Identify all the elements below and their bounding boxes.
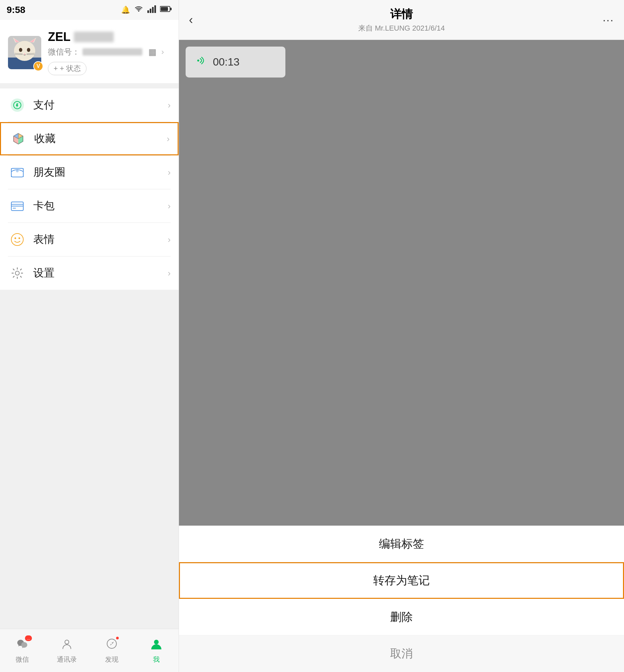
vip-badge: V [33, 61, 43, 71]
menu-item-friends[interactable]: 朋友圈 › [0, 156, 179, 189]
svg-point-46 [154, 640, 159, 644]
menu-item-emoji[interactable]: 表情 › [0, 223, 179, 256]
svg-point-47 [197, 59, 199, 61]
svg-point-9 [14, 41, 35, 61]
menu-item-settings[interactable]: 设置 › [0, 257, 179, 290]
pay-label: 支付 [33, 98, 167, 112]
settings-icon [8, 264, 27, 282]
wechat-id-blur [82, 48, 142, 56]
wechat-nav-icon: ... [16, 638, 29, 653]
svg-point-43 [65, 640, 69, 644]
nav-item-wechat[interactable]: ... 微信 [0, 638, 45, 664]
contacts-nav-label: 通讯录 [57, 655, 77, 664]
wifi-icon [134, 5, 144, 15]
svg-point-31 [16, 170, 19, 172]
discover-nav-icon [105, 638, 118, 653]
status-tag[interactable]: + + 状态 [48, 62, 86, 75]
settings-arrow-icon: › [167, 268, 171, 279]
audio-duration: 00:13 [213, 56, 239, 68]
battery-icon [160, 6, 172, 14]
card-label: 卡包 [33, 199, 167, 213]
nav-item-me[interactable]: 我 [134, 638, 179, 664]
plus-icon: + [54, 64, 58, 73]
more-button[interactable]: ··· [603, 13, 614, 26]
action-sheet: 编辑标签 转存为笔记 删除 取消 [179, 526, 624, 672]
status-icons: 🔔 [121, 5, 172, 15]
svg-rect-35 [11, 204, 23, 206]
svg-point-45 [111, 643, 112, 644]
profile-arrow-icon: › [161, 47, 164, 56]
right-title-wrap: 详情 来自 Mr.LEUNG 2021/6/14 [358, 7, 445, 33]
right-content: 00:13 [179, 40, 624, 526]
profile-info: ZEL 微信号： ▦ › + + 状态 [48, 30, 171, 75]
right-title: 详情 [358, 7, 445, 22]
audio-play-icon [196, 55, 208, 70]
nav-item-contacts[interactable]: 通讯录 [45, 638, 89, 664]
action-edit-tag[interactable]: 编辑标签 [179, 526, 624, 562]
notification-icon: 🔔 [121, 6, 130, 14]
svg-rect-6 [170, 8, 172, 10]
back-button[interactable]: ‹ [189, 13, 193, 27]
section-divider-top [0, 83, 179, 88]
discover-dot-badge [115, 636, 120, 640]
menu-item-pay[interactable]: 支付 › [0, 88, 179, 122]
svg-rect-2 [152, 7, 154, 13]
wechat-nav-label: 微信 [16, 655, 29, 664]
emoji-arrow-icon: › [167, 235, 171, 245]
svg-rect-38 [12, 208, 16, 209]
svg-rect-5 [161, 7, 168, 11]
action-save-note[interactable]: 转存为笔记 [179, 562, 624, 599]
svg-rect-1 [150, 9, 151, 13]
right-header: ‹ 详情 来自 Mr.LEUNG 2021/6/14 ··· [179, 0, 624, 40]
menu-item-card[interactable]: 卡包 › [0, 189, 179, 223]
friends-circle-icon [8, 163, 27, 182]
left-panel: 9:58 🔔 [0, 0, 179, 672]
discover-nav-label: 发现 [105, 655, 119, 664]
svg-rect-0 [147, 10, 149, 13]
status-bar: 9:58 🔔 [0, 0, 179, 20]
action-delete[interactable]: 删除 [179, 599, 624, 636]
bottom-nav: ... 微信 通讯录 发现 [0, 629, 179, 672]
right-subtitle: 来自 Mr.LEUNG 2021/6/14 [358, 23, 445, 33]
signal-icon [147, 5, 156, 15]
nav-item-discover[interactable]: 发现 [89, 638, 134, 664]
settings-label: 设置 [33, 266, 167, 280]
svg-rect-3 [154, 5, 156, 13]
right-panel: ‹ 详情 来自 Mr.LEUNG 2021/6/14 ··· 00:13 编辑标… [179, 0, 624, 672]
pay-icon [8, 96, 27, 114]
menu-item-collect[interactable]: 收藏 › [0, 122, 179, 155]
collect-arrow-icon: › [167, 134, 170, 144]
spacer-area [0, 290, 179, 629]
me-nav-label: 我 [153, 655, 160, 664]
qr-icon: ▦ [148, 47, 157, 57]
profile-name-blur [74, 32, 114, 42]
contacts-nav-icon [60, 638, 73, 653]
friends-label: 朋友圈 [33, 165, 167, 180]
action-cancel[interactable]: 取消 [179, 636, 624, 672]
me-nav-icon [150, 638, 163, 653]
svg-point-42 [15, 271, 19, 275]
avatar: V [8, 36, 41, 69]
collect-label: 收藏 [34, 131, 167, 146]
card-wallet-icon [8, 197, 27, 215]
svg-point-41 [19, 237, 20, 239]
svg-point-39 [11, 234, 23, 245]
wechat-badge: ... [25, 636, 32, 641]
pay-arrow-icon: › [167, 100, 171, 110]
collect-icon [9, 129, 28, 148]
svg-point-15 [27, 48, 30, 52]
friends-arrow-icon: › [167, 167, 171, 178]
emoji-label: 表情 [33, 232, 167, 247]
audio-bubble[interactable]: 00:13 [186, 47, 285, 78]
profile-section[interactable]: V ZEL 微信号： ▦ › + + 状态 [0, 20, 179, 83]
svg-point-14 [19, 48, 22, 52]
card-arrow-icon: › [167, 201, 171, 211]
svg-point-40 [15, 237, 16, 239]
status-time: 9:58 [7, 5, 25, 15]
emoji-icon [8, 230, 27, 249]
profile-name: ZEL [48, 30, 171, 44]
profile-wechat-id: 微信号： ▦ › [48, 47, 171, 57]
